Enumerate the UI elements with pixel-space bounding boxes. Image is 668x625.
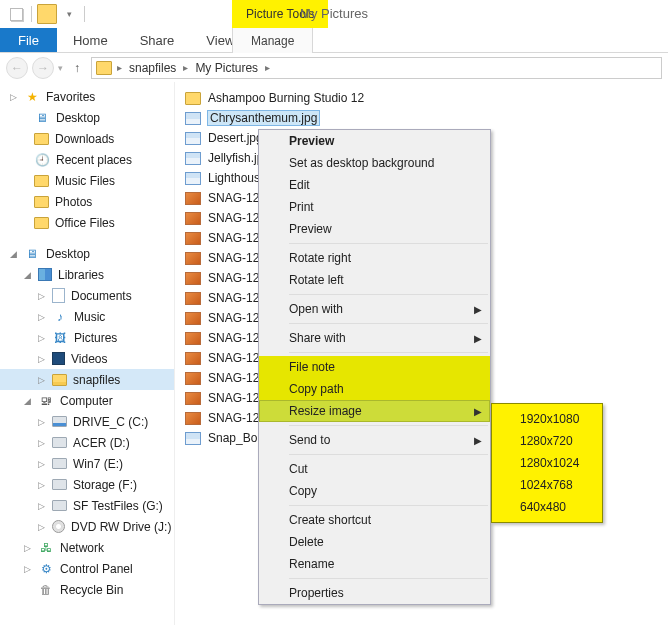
- separator: [289, 578, 488, 579]
- menu-properties[interactable]: Properties: [259, 582, 490, 604]
- menu-preview-default[interactable]: Preview: [259, 130, 490, 152]
- chevron-right-icon: ▶: [474, 406, 482, 417]
- image-icon: [185, 432, 201, 445]
- nav-office-files[interactable]: Office Files: [0, 212, 174, 233]
- separator: [84, 6, 85, 22]
- address-bar[interactable]: ▸ snapfiles ▸ My Pictures ▸: [91, 57, 662, 79]
- file-item-selected[interactable]: Chrysanthemum.jpg: [181, 108, 668, 128]
- nav-drive-f[interactable]: ▷Storage (F:): [0, 474, 174, 495]
- image-icon: [185, 392, 201, 405]
- chevron-right-icon: ▶: [474, 333, 482, 344]
- nav-music-files[interactable]: Music Files: [0, 170, 174, 191]
- tab-home[interactable]: Home: [57, 28, 124, 52]
- image-icon: [185, 252, 201, 265]
- menu-copy[interactable]: Copy: [259, 480, 490, 502]
- separator: [289, 454, 488, 455]
- tab-manage[interactable]: Manage: [232, 28, 313, 53]
- menu-rotate-left[interactable]: Rotate left: [259, 269, 490, 291]
- nav-computer[interactable]: ◢🖳Computer: [0, 390, 174, 411]
- nav-libraries[interactable]: ◢Libraries: [0, 264, 174, 285]
- nav-recent[interactable]: 🕘Recent places: [0, 149, 174, 170]
- folder-icon: [96, 61, 112, 75]
- menu-rename[interactable]: Rename: [259, 553, 490, 575]
- history-chevron-icon[interactable]: ▾: [58, 63, 63, 73]
- nav-music[interactable]: ▷♪Music: [0, 306, 174, 327]
- nav-network[interactable]: ▷🖧Network: [0, 537, 174, 558]
- chevron-right-icon[interactable]: ▸: [262, 62, 273, 73]
- separator: [289, 323, 488, 324]
- menu-send-to[interactable]: Send to▶: [259, 429, 490, 451]
- menu-print[interactable]: Print: [259, 196, 490, 218]
- image-icon: [185, 192, 201, 205]
- back-button[interactable]: ←: [6, 57, 28, 79]
- properties-icon[interactable]: [6, 4, 26, 24]
- desktop-header[interactable]: ◢🖥Desktop: [0, 243, 174, 264]
- up-button[interactable]: ↑: [67, 61, 87, 75]
- submenu-size-option[interactable]: 640x480: [492, 496, 602, 518]
- nav-control-panel[interactable]: ▷⚙Control Panel: [0, 558, 174, 579]
- breadcrumb-item[interactable]: My Pictures: [193, 61, 260, 75]
- menu-share-with[interactable]: Share with▶: [259, 327, 490, 349]
- qat-chevron-icon[interactable]: ▾: [59, 4, 79, 24]
- menu-cut[interactable]: Cut: [259, 458, 490, 480]
- image-icon: [185, 112, 201, 125]
- tab-file[interactable]: File: [0, 28, 57, 52]
- chevron-right-icon[interactable]: ▸: [180, 62, 191, 73]
- nav-videos[interactable]: ▷Videos: [0, 348, 174, 369]
- separator: [289, 294, 488, 295]
- menu-resize-image[interactable]: Resize image▶: [259, 400, 490, 422]
- menu-delete[interactable]: Delete: [259, 531, 490, 553]
- nav-desktop[interactable]: 🖥Desktop: [0, 107, 174, 128]
- image-icon: [185, 212, 201, 225]
- menu-copy-path[interactable]: Copy path: [259, 378, 490, 400]
- menu-create-shortcut[interactable]: Create shortcut: [259, 509, 490, 531]
- image-icon: [185, 152, 201, 165]
- menu-set-desktop-background[interactable]: Set as desktop background: [259, 152, 490, 174]
- nav-recycle-bin[interactable]: ▷🗑Recycle Bin: [0, 579, 174, 600]
- nav-drive-d[interactable]: ▷ACER (D:): [0, 432, 174, 453]
- new-folder-icon[interactable]: [37, 4, 57, 24]
- image-icon: [185, 172, 201, 185]
- forward-button[interactable]: →: [32, 57, 54, 79]
- chevron-right-icon[interactable]: ▸: [114, 62, 125, 73]
- nav-drive-e[interactable]: ▷Win7 (E:): [0, 453, 174, 474]
- folder-icon: [185, 92, 201, 105]
- nav-drive-c[interactable]: ▷DRIVE_C (C:): [0, 411, 174, 432]
- menu-edit[interactable]: Edit: [259, 174, 490, 196]
- nav-snapfiles[interactable]: ▷snapfiles: [0, 369, 174, 390]
- menu-preview[interactable]: Preview: [259, 218, 490, 240]
- image-icon: [185, 412, 201, 425]
- menu-rotate-right[interactable]: Rotate right: [259, 247, 490, 269]
- submenu-size-option[interactable]: 1920x1080: [492, 408, 602, 430]
- label: Favorites: [46, 90, 95, 104]
- folder-item[interactable]: Ashampoo Burning Studio 12: [181, 88, 668, 108]
- separator: [289, 352, 488, 353]
- separator: [289, 505, 488, 506]
- chevron-right-icon: ▶: [474, 435, 482, 446]
- menu-file-note[interactable]: File note: [259, 356, 490, 378]
- submenu-size-option[interactable]: 1280x720: [492, 430, 602, 452]
- context-menu: Preview Set as desktop background Edit P…: [258, 129, 491, 605]
- nav-bar: ← → ▾ ↑ ▸ snapfiles ▸ My Pictures ▸: [0, 53, 668, 82]
- nav-pictures[interactable]: ▷🖼Pictures: [0, 327, 174, 348]
- menu-open-with[interactable]: Open with▶: [259, 298, 490, 320]
- image-icon: [185, 372, 201, 385]
- breadcrumb-item[interactable]: snapfiles: [127, 61, 178, 75]
- submenu-size-option[interactable]: 1280x1024: [492, 452, 602, 474]
- favorites-header[interactable]: ▷★Favorites: [0, 86, 174, 107]
- quick-access-toolbar: ▾: [0, 4, 88, 24]
- nav-photos[interactable]: Photos: [0, 191, 174, 212]
- image-icon: [185, 352, 201, 365]
- nav-drive-g[interactable]: ▷SF TestFiles (G:): [0, 495, 174, 516]
- image-icon: [185, 272, 201, 285]
- image-icon: [185, 232, 201, 245]
- nav-documents[interactable]: ▷Documents: [0, 285, 174, 306]
- image-icon: [185, 312, 201, 325]
- tab-share[interactable]: Share: [124, 28, 191, 52]
- nav-downloads[interactable]: Downloads: [0, 128, 174, 149]
- separator: [31, 6, 32, 22]
- resize-submenu: 1920x1080 1280x720 1280x1024 1024x768 64…: [491, 403, 603, 523]
- submenu-size-option[interactable]: 1024x768: [492, 474, 602, 496]
- nav-dvd[interactable]: ▷DVD RW Drive (J:): [0, 516, 174, 537]
- navigation-pane[interactable]: ▷★Favorites 🖥Desktop Downloads 🕘Recent p…: [0, 82, 175, 625]
